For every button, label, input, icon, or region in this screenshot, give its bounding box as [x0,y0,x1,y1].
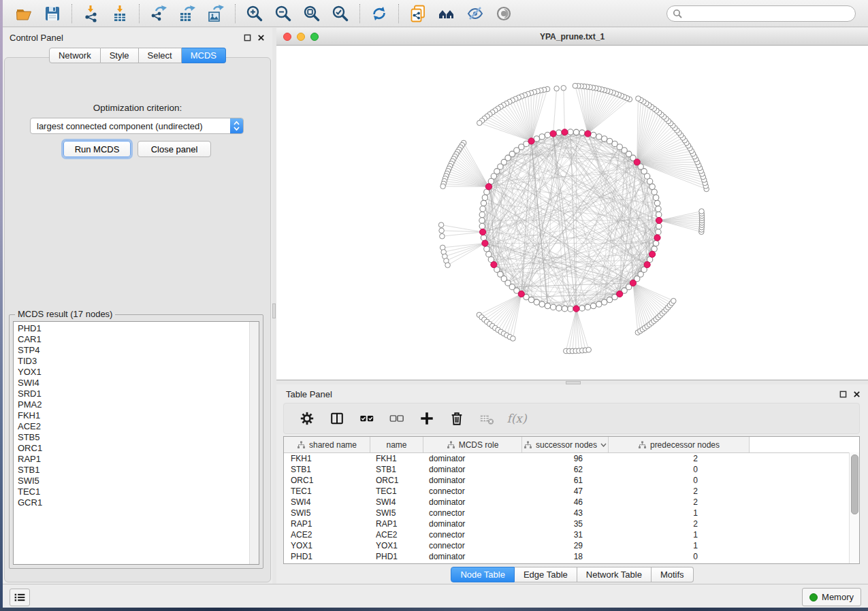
mcds-result-item[interactable]: CAR1 [18,334,259,345]
zoom-fit-icon[interactable] [303,5,321,22]
network-window-titlebar[interactable]: YPA_prune.txt_1 [276,28,868,46]
table-cell: dominator [423,497,522,507]
table-cell: 61 [522,476,609,485]
memory-button[interactable]: Memory [802,588,861,606]
mcds-result-item[interactable]: FKH1 [18,410,259,421]
mcds-result-item[interactable]: SWI4 [18,378,259,389]
mcds-result-item[interactable]: ACE2 [18,421,259,432]
mcds-result-item[interactable]: PMA2 [18,399,259,410]
tab-edge-table[interactable]: Edge Table [515,567,577,582]
share-network-document-icon[interactable] [409,5,427,22]
toolbar-separator [139,4,140,23]
export-image-icon[interactable] [207,5,225,22]
float-panel-icon[interactable] [243,33,252,42]
toolbar-separator [359,4,360,23]
table-row[interactable]: ACE2ACE2connector311 [284,529,859,540]
table-cell: STB1 [370,465,423,474]
delete-table-icon [479,410,495,427]
import-network-icon[interactable] [82,5,100,22]
mcds-result-item[interactable]: SWI5 [18,476,259,486]
table-row[interactable]: SWI5SWI5connector431 [284,508,859,518]
table-row[interactable]: TEC1TEC1connector472 [284,486,859,497]
function-builder-icon: f(x) [509,410,525,427]
unselect-all-columns-icon[interactable] [389,410,405,427]
table-cell: 2 [609,486,750,496]
control-panel-tabs: NetworkStyleSelectMCDS [3,48,272,63]
table-cell: 29 [522,541,609,550]
toolbar-separator [71,4,72,23]
binoculars-icon[interactable] [438,5,455,22]
tab-network-table[interactable]: Network Table [577,567,652,582]
mcds-result-item[interactable]: PHD1 [18,323,259,334]
mcds-result-item[interactable]: SRD1 [18,389,259,399]
mcds-result-item[interactable]: TEC1 [18,486,259,497]
export-network-icon[interactable] [150,5,167,22]
show-task-history-button[interactable] [10,589,30,606]
mcds-result-item[interactable]: ORC1 [18,443,259,454]
mcds-result-item[interactable]: STP4 [18,345,259,356]
close-panel-button[interactable]: Close panel [138,141,211,157]
tab-motifs[interactable]: Motifs [652,567,694,582]
mcds-result-item[interactable]: YOX1 [18,367,259,378]
criterion-dropdown[interactable]: largest connected component (undirected) [30,118,244,134]
close-panel-icon[interactable] [852,390,861,399]
table-row[interactable]: RAP1RAP1dominator352 [284,518,859,529]
node-table-scrollbar[interactable] [849,452,859,563]
run-mcds-button[interactable]: Run MCDS [63,141,131,157]
mcds-result-list[interactable]: PHD1CAR1STP4TID3YOX1SWI4SRD1PMA2FKH1ACE2… [13,321,259,565]
zoom-out-icon[interactable] [274,5,292,22]
zoom-in-icon[interactable] [246,5,263,22]
column-header-shared-name[interactable]: shared name [284,437,370,452]
table-row[interactable]: PHD1PHD1dominator180 [284,551,859,562]
table-cell: RAP1 [284,519,370,529]
mcds-result-item[interactable]: RAP1 [18,454,259,465]
list-icon [14,591,26,604]
node-table-rows: FKH1FKH1dominator962STB1STB1dominator620… [284,453,859,562]
table-cell: 0 [609,552,750,561]
table-cell: PHD1 [370,552,423,561]
mcds-result-item[interactable]: TID3 [18,356,259,367]
table-row[interactable]: FKH1FKH1dominator962 [284,453,859,464]
splitter-grip[interactable] [272,303,276,318]
table-cell: 47 [522,486,609,496]
tab-node-table[interactable]: Node Table [451,567,515,582]
float-panel-icon[interactable] [839,390,848,399]
tab-select[interactable]: Select [139,48,182,63]
table-cell: dominator [423,476,522,485]
table-row[interactable]: ORC1ORC1dominator610 [284,475,859,486]
add-column-plus-icon[interactable] [419,410,435,427]
table-cell: ORC1 [370,476,423,485]
mcds-result-item[interactable]: STB1 [18,465,259,476]
table-row[interactable]: STB1STB1dominator620 [284,464,859,475]
close-panel-icon[interactable] [257,33,266,42]
column-header-successor-nodes[interactable]: successor nodes [522,437,609,452]
tab-mcds[interactable]: MCDS [182,48,226,63]
show-columns-icon[interactable] [329,410,345,427]
table-cell: 46 [522,497,609,507]
table-options-gear-icon[interactable] [299,410,315,427]
column-header-name[interactable]: name [370,437,423,452]
delete-column-trash-icon[interactable] [449,410,465,427]
zoom-selected-icon[interactable] [332,5,349,22]
open-session-icon[interactable] [15,5,33,22]
network-graph-canvas[interactable] [276,46,868,380]
mcds-result-item[interactable]: STB5 [18,432,259,443]
select-all-columns-icon[interactable] [359,410,375,427]
tab-style[interactable]: Style [101,48,139,63]
search-input[interactable] [686,7,855,20]
apply-layout-icon[interactable] [370,5,388,22]
mcds-list-scrollbar[interactable] [249,322,259,564]
table-row[interactable]: SWI4SWI4dominator462 [284,497,859,508]
mcds-result-item[interactable]: GCR1 [18,497,259,508]
tab-network[interactable]: Network [49,48,101,63]
import-table-icon[interactable] [111,5,129,22]
scrollbar-thumb[interactable] [851,455,858,514]
save-session-icon[interactable] [44,5,61,22]
hide-selected-eye-slash-icon[interactable] [466,5,484,22]
export-table-icon[interactable] [178,5,196,22]
table-row[interactable]: YOX1YOX1connector291 [284,540,859,551]
show-all-eye-icon[interactable] [495,5,513,22]
column-header-MCDS-role[interactable]: MCDS role [423,437,522,452]
column-header-predecessor-nodes[interactable]: predecessor nodes [609,437,750,452]
network-view-window: YPA_prune.txt_1 [276,28,868,380]
